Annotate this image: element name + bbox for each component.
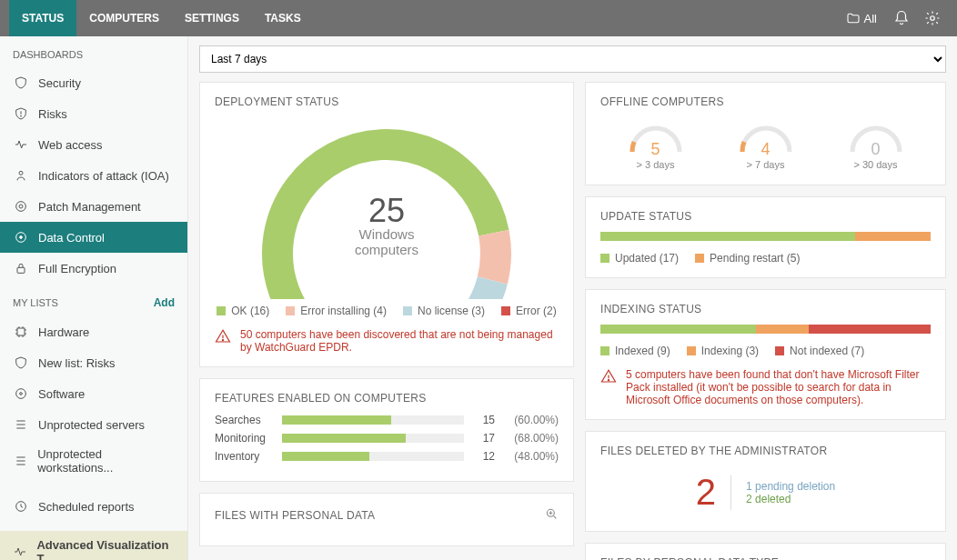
indexing-bar[interactable] — [600, 325, 931, 334]
sidebar-item-label: Data Control — [38, 231, 105, 245]
sidebar-item-unprotected-workstations[interactable]: Unprotected workstations... — [0, 440, 187, 482]
target-icon — [13, 229, 29, 245]
deployment-warning[interactable]: 50 computers have been discovered that a… — [215, 328, 559, 354]
legend-item[interactable]: Error (2) — [501, 305, 557, 317]
sidebar-item-security[interactable]: Security — [0, 67, 187, 98]
svg-rect-7 — [17, 267, 25, 273]
svg-point-10 — [20, 393, 23, 395]
svg-point-1 — [21, 115, 22, 116]
warning-icon — [600, 368, 617, 385]
lock-icon — [13, 260, 29, 276]
shield-icon — [13, 355, 29, 371]
sidebar-item-unprotected-servers[interactable]: Unprotected servers — [0, 409, 187, 440]
sidebar-item-label: Software — [38, 387, 85, 401]
sidebar-item-webaccess[interactable]: Web access — [0, 129, 187, 160]
svg-rect-8 — [17, 328, 25, 335]
panel-title: FILES DELETED BY THE ADMINISTRATOR — [600, 445, 931, 457]
legend-item[interactable]: Updated (17) — [600, 252, 679, 265]
folder-icon — [846, 11, 861, 25]
sidebar-item-newlist-risks[interactable]: New list: Risks — [0, 347, 187, 378]
svg-point-3 — [16, 202, 26, 212]
tab-tasks[interactable]: TASKS — [252, 0, 314, 36]
legend-item[interactable]: Not indexed (7) — [775, 345, 864, 357]
shield-icon — [13, 75, 29, 91]
sidebar-item-label: Full Encryption — [38, 262, 116, 275]
panel-title: DEPLOYMENT STATUS — [215, 95, 559, 108]
panel-files-personal: FILES WITH PERSONAL DATA — [199, 493, 574, 546]
legend-item[interactable]: Indexing (3) — [687, 345, 759, 357]
deleted-count[interactable]: 2 — [696, 472, 716, 513]
list-icon — [13, 453, 28, 469]
pending-deletion-link[interactable]: 1 pending deletion — [746, 480, 835, 493]
alert-shield-icon — [13, 105, 29, 122]
sidebar-item-label: New list: Risks — [38, 356, 116, 370]
sidebar-item-hardware[interactable]: Hardware — [0, 316, 187, 347]
feature-row[interactable]: Searches 15(60.00%) — [215, 414, 559, 426]
indexing-warning[interactable]: 5 computers have been found that don't h… — [600, 368, 931, 406]
sidebar-item-scheduled-reports[interactable]: Scheduled reports — [0, 491, 187, 522]
sidebar-item-software[interactable]: Software — [0, 378, 187, 409]
deployment-legend: OK (16) Error installing (4) No license … — [217, 305, 556, 317]
offline-gauge[interactable]: 0 > 30 days — [847, 119, 905, 170]
content: Last 7 days DEPLOYMENT STATUS — [188, 36, 957, 560]
time-filter-select[interactable]: Last 7 days — [199, 45, 946, 73]
legend-item[interactable]: OK (16) — [217, 305, 269, 317]
legend-item[interactable]: Error installing (4) — [286, 305, 387, 317]
warning-icon — [215, 328, 231, 345]
filter-all-button[interactable]: All — [837, 11, 886, 25]
list-icon — [13, 416, 29, 433]
bell-icon — [893, 10, 910, 26]
sidebar-item-datacontrol[interactable]: Data Control — [0, 222, 187, 253]
panel-deployment-status: DEPLOYMENT STATUS — [199, 82, 574, 367]
sidebar-item-risks[interactable]: Risks — [0, 98, 187, 129]
panel-indexing-status: INDEXING STATUS Indexed (9)Indexing (3)N… — [585, 289, 946, 420]
sidebar: DASHBOARDS Security Risks Web access Ind… — [0, 36, 188, 560]
filter-all-label: All — [864, 12, 877, 25]
sidebar-item-ioa[interactable]: Indicators of attack (IOA) — [0, 160, 187, 191]
svg-point-12 — [222, 340, 223, 341]
tab-settings[interactable]: SETTINGS — [172, 0, 252, 36]
svg-point-4 — [19, 205, 23, 208]
offline-gauge[interactable]: 5 > 3 days — [627, 119, 685, 170]
legend-item[interactable]: No license (3) — [403, 305, 485, 317]
panel-title: FILES WITH PERSONAL DATA — [215, 506, 559, 524]
panel-title: FILES BY PERSONAL DATA TYPE — [600, 556, 931, 560]
panel-features: FEATURES ENABLED ON COMPUTERS Searches 1… — [199, 378, 574, 482]
expand-icon[interactable] — [544, 506, 559, 524]
sidebar-item-advanced-viz[interactable]: Advanced Visualization T... — [0, 531, 187, 560]
update-bar[interactable] — [600, 232, 931, 241]
sidebar-item-patch[interactable]: Patch Management — [0, 191, 187, 222]
indexing-legend: Indexed (9)Indexing (3)Not indexed (7) — [600, 345, 931, 357]
deployment-donut[interactable]: 25 Windows computers — [250, 117, 523, 299]
feature-row[interactable]: Monitoring 17(68.00%) — [215, 432, 559, 445]
attacker-icon — [13, 167, 29, 184]
feature-row[interactable]: Inventory 12(48.00%) — [215, 450, 559, 463]
svg-point-2 — [19, 171, 23, 175]
sidebar-item-label: Scheduled reports — [38, 500, 135, 514]
deleted-link[interactable]: 2 deleted — [746, 493, 835, 505]
panel-title: INDEXING STATUS — [600, 303, 931, 315]
sidebar-item-label: Risks — [38, 107, 67, 121]
legend-item[interactable]: Indexed (9) — [600, 345, 670, 357]
update-legend: Updated (17)Pending restart (5) — [600, 252, 931, 265]
offline-gauge[interactable]: 4 > 7 days — [737, 119, 795, 170]
panel-title: UPDATE STATUS — [600, 210, 931, 223]
tab-computers[interactable]: COMPUTERS — [76, 0, 172, 36]
sidebar-item-label: Hardware — [38, 325, 89, 339]
panel-update-status: UPDATE STATUS Updated (17)Pending restar… — [585, 196, 946, 278]
patch-icon — [13, 198, 29, 215]
sidebar-item-label: Unprotected servers — [38, 418, 145, 432]
notifications-button[interactable] — [886, 0, 917, 36]
disc-icon — [13, 385, 29, 402]
tab-status[interactable]: STATUS — [9, 0, 76, 36]
sidebar-item-label: Security — [38, 76, 81, 90]
activity-icon — [13, 136, 29, 153]
sidebar-item-label: Web access — [38, 138, 103, 152]
sidebar-item-encryption[interactable]: Full Encryption — [0, 253, 187, 284]
add-list-button[interactable]: Add — [154, 296, 175, 309]
pulse-icon — [13, 544, 27, 560]
topnav: STATUS COMPUTERS SETTINGS TASKS All — [0, 0, 957, 36]
chip-icon — [13, 324, 29, 340]
settings-button[interactable] — [917, 0, 948, 36]
legend-item[interactable]: Pending restart (5) — [695, 252, 800, 265]
